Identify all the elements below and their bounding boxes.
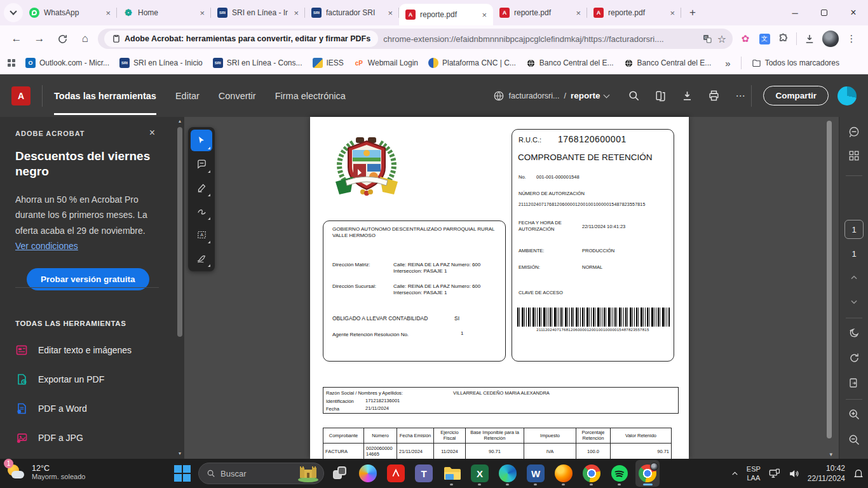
scroll-down-icon[interactable]: ▾: [177, 451, 183, 456]
firefox-button[interactable]: [552, 460, 576, 487]
document-scrollbar[interactable]: [826, 119, 832, 447]
tab-sri-en-linea[interactable]: SRI SRI en Línea - In ×: [211, 0, 305, 25]
rotate-page-icon[interactable]: [839, 352, 868, 364]
page-thumbnails-icon[interactable]: [652, 88, 668, 104]
word-button[interactable]: W: [524, 460, 548, 487]
copilot-button[interactable]: [356, 460, 380, 487]
bookmark-sri-inicio[interactable]: SRISRI en Línea - Inicio: [119, 58, 203, 68]
notifications-bell-icon[interactable]: [853, 468, 864, 479]
taskbar-search-box[interactable]: Buscar: [198, 463, 324, 484]
chrome-active-button[interactable]: [635, 460, 660, 487]
tool-pdf-a-word[interactable]: PDF a Word: [15, 402, 168, 415]
tab-reporte-pdf-3[interactable]: A reporte.pdf ×: [587, 0, 681, 25]
start-button[interactable]: [170, 460, 194, 487]
zoom-in-icon[interactable]: [839, 408, 868, 421]
tab-close-icon[interactable]: ×: [668, 8, 676, 18]
acrobat-avatar[interactable]: [837, 86, 857, 105]
clock[interactable]: 10:42 22/11/2024: [808, 463, 845, 484]
tab-reporte-pdf-2[interactable]: A reporte.pdf ×: [493, 0, 587, 25]
bookmark-outlook[interactable]: OOutlook.com - Micr...: [25, 58, 109, 68]
tab-whatsapp[interactable]: WhatsApp ×: [23, 0, 117, 25]
window-close-button[interactable]: ×: [839, 0, 868, 25]
volume-icon[interactable]: [788, 468, 800, 480]
thumbnails-panel-icon[interactable]: [839, 150, 868, 161]
zoom-out-icon[interactable]: [839, 433, 868, 446]
download-icon[interactable]: [679, 88, 695, 104]
tab-reporte-pdf-active[interactable]: A reporte.pdf ×: [399, 4, 493, 25]
bookmark-cnc[interactable]: Plataforma CNC | C...: [428, 58, 516, 68]
breadcrumb-site[interactable]: facturadorsri...: [509, 92, 560, 100]
current-page-indicator[interactable]: 1: [839, 220, 868, 239]
profile-avatar[interactable]: [822, 30, 839, 47]
weather-widget[interactable]: 1 12°C Mayorm. soleado: [6, 462, 85, 482]
select-tool-button[interactable]: [191, 130, 212, 151]
promo-close-icon[interactable]: ×: [149, 127, 155, 139]
chrome-button[interactable]: [580, 460, 604, 487]
comments-panel-icon[interactable]: [839, 126, 868, 139]
excel-button[interactable]: X: [468, 460, 492, 487]
search-icon[interactable]: [625, 88, 642, 104]
tab-close-icon[interactable]: ×: [574, 8, 582, 18]
bookmark-iess[interactable]: IESS: [313, 58, 344, 68]
scroll-down-icon[interactable]: ▾: [829, 451, 832, 458]
menu-convertir[interactable]: Convertir: [219, 77, 256, 115]
bookmark-banco-central-2[interactable]: Banco Central del E...: [624, 58, 712, 68]
print-icon[interactable]: [705, 88, 722, 104]
all-bookmarks-button[interactable]: Todos los marcadores: [752, 58, 839, 68]
left-panel-scrollbar[interactable]: [177, 119, 183, 446]
tab-close-icon[interactable]: ×: [104, 8, 112, 18]
forward-button[interactable]: →: [29, 29, 50, 49]
sign-tool-button[interactable]: [191, 247, 212, 269]
tray-overflow-chevron[interactable]: [731, 470, 739, 478]
bookmark-star-icon[interactable]: ☆: [717, 33, 726, 45]
tab-close-icon[interactable]: ×: [198, 8, 206, 18]
fit-page-icon[interactable]: [839, 377, 868, 389]
menu-todas-las-herramientas[interactable]: Todas las herramientas: [54, 77, 156, 115]
document-breadcrumb[interactable]: facturadorsri... / reporte: [493, 90, 609, 102]
breadcrumb-doc[interactable]: reporte: [571, 91, 600, 100]
tab-facturador-sri[interactable]: SRI facturador SRI ×: [305, 0, 399, 25]
bookmark-banco-central-1[interactable]: Banco Central del E...: [526, 58, 614, 68]
adobe-acrobat-logo[interactable]: A: [11, 86, 31, 105]
highlight-tool-button[interactable]: [191, 177, 212, 198]
tool-pdf-a-jpg[interactable]: PDF a JPG: [15, 431, 168, 444]
menu-editar[interactable]: Editar: [175, 77, 200, 115]
scrollbar-thumb[interactable]: [827, 121, 832, 438]
tool-editar-texto[interactable]: Editar texto e imágenes: [15, 344, 168, 356]
address-bar[interactable]: Adobe Acrobat: herramientas para convert…: [98, 29, 733, 49]
text-select-tool-button[interactable]: A: [191, 224, 212, 245]
teams-button[interactable]: T: [412, 460, 436, 487]
spotify-button[interactable]: [607, 460, 632, 487]
acrobat-taskbar-button[interactable]: [384, 460, 408, 487]
draw-tool-button[interactable]: [191, 200, 212, 222]
extensions-puzzle-icon[interactable]: [777, 32, 790, 45]
home-button[interactable]: ⌂: [75, 29, 95, 49]
window-maximize-button[interactable]: [810, 0, 839, 25]
tab-close-icon[interactable]: ×: [292, 8, 300, 18]
new-tab-button[interactable]: +: [684, 4, 702, 22]
reload-button[interactable]: [52, 29, 72, 49]
apps-grid-icon[interactable]: [8, 59, 15, 67]
tab-close-icon[interactable]: ×: [480, 10, 488, 20]
file-explorer-button[interactable]: [440, 460, 464, 487]
previous-page-icon[interactable]: [839, 273, 868, 282]
bookmark-webmail[interactable]: cPWebmail Login: [354, 58, 418, 68]
menu-firma-electronica[interactable]: Firma electrónica: [275, 77, 346, 115]
edge-button[interactable]: [496, 460, 520, 487]
tab-home[interactable]: ❁ Home ×: [117, 0, 211, 25]
downloads-button[interactable]: [803, 32, 816, 45]
share-button[interactable]: Compartir: [763, 86, 829, 105]
translate-page-icon[interactable]: G: [702, 34, 712, 44]
network-display-icon[interactable]: [768, 468, 780, 480]
tab-search-button[interactable]: [4, 3, 23, 22]
promo-link[interactable]: Ver condiciones: [15, 241, 78, 251]
language-indicator[interactable]: ESP LAA: [747, 464, 761, 483]
next-page-icon[interactable]: [839, 297, 868, 306]
tool-exportar-pdf[interactable]: Exportar un PDF: [15, 373, 168, 386]
tab-close-icon[interactable]: ×: [386, 8, 394, 18]
theme-moon-icon[interactable]: [839, 327, 868, 339]
site-info-chip[interactable]: Adobe Acrobat: herramientas para convert…: [104, 30, 378, 47]
google-translate-extension-icon[interactable]: 文: [758, 32, 771, 45]
task-view-button[interactable]: [328, 460, 352, 487]
extension-pink-icon[interactable]: ✿: [739, 32, 752, 45]
